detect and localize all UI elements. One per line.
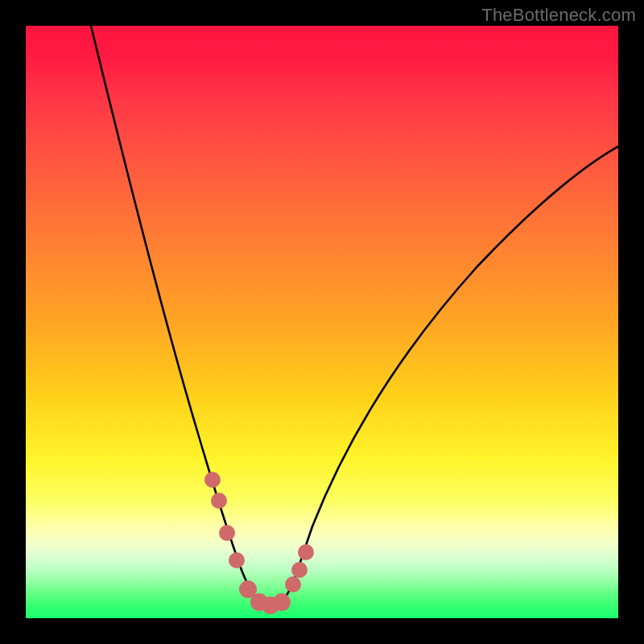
marker-dot (219, 525, 235, 541)
marker-dot (285, 576, 301, 592)
chart-svg (26, 26, 618, 618)
marker-dot (229, 552, 245, 568)
watermark-text: TheBottleneck.com (481, 5, 636, 26)
outer-frame: TheBottleneck.com (0, 0, 644, 644)
marker-dot (273, 593, 291, 611)
marker-dot (298, 544, 314, 560)
marker-dot (211, 493, 227, 509)
marker-dot (204, 472, 221, 488)
bottleneck-curve (91, 26, 618, 605)
marker-group (204, 472, 314, 614)
plot-area (26, 26, 618, 618)
marker-dot (291, 562, 308, 578)
